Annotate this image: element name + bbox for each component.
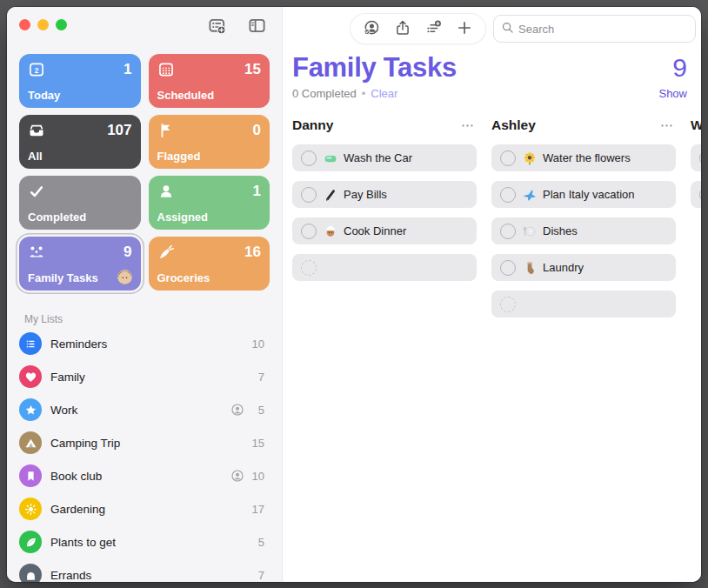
svg-text:2: 2: [35, 66, 39, 75]
column-more-button[interactable]: [658, 118, 676, 133]
task-title: Cook Dinner: [344, 224, 406, 237]
task-checkbox[interactable]: [301, 150, 317, 166]
list-count: 10: [250, 337, 264, 351]
sidebar-item-plants-to-get[interactable]: Plants to get5: [7, 525, 282, 558]
smart-list-tile-family-tasks[interactable]: 9Family Tasks: [19, 237, 141, 291]
task-row-cook-dinner[interactable]: Cook Dinner: [292, 217, 477, 244]
task-checkbox[interactable]: [500, 187, 516, 203]
zoom-button[interactable]: [56, 19, 67, 30]
tile-label: Completed: [28, 210, 86, 224]
dishes-emoji-icon: [523, 224, 537, 238]
add-section-button[interactable]: [424, 19, 443, 38]
task-checkbox[interactable]: [301, 224, 317, 239]
task-row[interactable]: [691, 144, 701, 171]
smart-list-tile-today[interactable]: 21Today: [19, 54, 141, 108]
sock-emoji-icon: [523, 261, 537, 275]
smart-list-tile-flagged[interactable]: 0Flagged: [149, 115, 271, 169]
task-row[interactable]: [691, 181, 701, 208]
sidebar-item-camping-trip[interactable]: Camping Trip15: [7, 426, 282, 459]
sidebar-item-book-club[interactable]: Book club10: [7, 459, 282, 492]
task-row-wash-the-car[interactable]: Wash the Car: [292, 144, 477, 171]
list-total-count: 9: [672, 53, 687, 83]
add-list-button[interactable]: [205, 16, 228, 38]
smart-list-tile-assigned[interactable]: 1Assigned: [149, 176, 271, 230]
new-reminder-button[interactable]: [455, 19, 474, 38]
task-checkbox[interactable]: [500, 260, 516, 276]
task-checkbox[interactable]: [699, 187, 701, 203]
smart-list-tiles: 21Today15Scheduled107All0FlaggedComplete…: [19, 54, 270, 291]
list-count: 7: [250, 371, 264, 384]
sidebar-item-work[interactable]: Work5: [7, 393, 282, 426]
search-input[interactable]: [518, 23, 688, 36]
list-name: Gardening: [50, 503, 250, 516]
leaf-icon: [19, 531, 42, 553]
column-title: Danny: [292, 117, 333, 133]
tile-count: 107: [107, 122, 131, 139]
task-row-pay-bills[interactable]: Pay Bills: [292, 181, 477, 208]
task-checkbox[interactable]: [500, 224, 516, 239]
list-count: 5: [250, 404, 264, 417]
smart-list-tile-groceries[interactable]: 16Groceries: [149, 237, 271, 291]
task-row[interactable]: [292, 254, 477, 281]
task-row-water-the-flowers[interactable]: Water the flowers: [491, 144, 676, 171]
tile-label: Groceries: [157, 271, 210, 284]
smart-list-tile-scheduled[interactable]: 15Scheduled: [149, 54, 271, 108]
tray-icon: [28, 122, 45, 143]
shared-person-icon: [230, 469, 244, 483]
task-checkbox[interactable]: [500, 297, 516, 312]
star-icon: [19, 398, 42, 421]
clear-button[interactable]: Clear: [371, 87, 397, 100]
tile-label: Assigned: [157, 210, 209, 224]
sidebar-item-family[interactable]: Family7: [7, 360, 282, 393]
task-row[interactable]: [491, 291, 676, 317]
pen-emoji-icon: [324, 188, 337, 202]
carrot-icon: [157, 244, 175, 264]
column-title: Ashley: [491, 117, 536, 133]
close-button[interactable]: [19, 19, 30, 30]
sidebar-toggle-button[interactable]: [245, 16, 268, 38]
list-count: 15: [250, 437, 264, 450]
sidebar-item-errands[interactable]: Errands7: [7, 558, 282, 582]
soap-emoji-icon: [324, 151, 337, 165]
sidebar: 21Today15Scheduled107All0FlaggedComplete…: [7, 7, 283, 582]
tent-icon: [19, 431, 42, 454]
list-name: Camping Trip: [50, 437, 250, 450]
show-button[interactable]: Show: [658, 87, 687, 100]
list-count: 17: [250, 503, 264, 516]
assign-person-icon: [363, 19, 380, 39]
main-area: Family Tasks 9 0 Completed • Clear Show …: [283, 7, 701, 582]
column-more-button[interactable]: [458, 118, 477, 133]
list-name: Reminders: [50, 337, 250, 351]
task-row-dishes[interactable]: Dishes: [491, 217, 676, 244]
sidebar-item-reminders[interactable]: Reminders10: [7, 327, 282, 360]
task-row-plan-italy-vacation[interactable]: Plan Italy vacation: [491, 181, 676, 208]
tile-count: 0: [253, 122, 261, 139]
task-title: Pay Bills: [344, 188, 387, 201]
task-checkbox[interactable]: [699, 150, 701, 166]
assign-person-button[interactable]: [362, 19, 381, 38]
task-checkbox[interactable]: [301, 187, 317, 203]
page-title: Family Tasks: [292, 52, 457, 84]
task-title: Laundry: [543, 261, 584, 274]
tile-label: Scheduled: [157, 89, 215, 102]
my-lists-heading: My Lists: [24, 313, 63, 325]
flag-icon: [157, 122, 175, 143]
my-lists: Reminders10Family7Work5Camping Trip15Boo…: [7, 327, 282, 582]
minimize-button[interactable]: [37, 19, 49, 30]
search-field[interactable]: [493, 15, 696, 43]
smart-list-tile-completed[interactable]: Completed: [19, 176, 141, 230]
task-row-laundry[interactable]: Laundry: [491, 254, 676, 281]
smart-list-tile-all[interactable]: 107All: [19, 115, 141, 169]
task-checkbox[interactable]: [500, 150, 516, 166]
plus-icon: [456, 19, 473, 39]
list-name: Plants to get: [50, 536, 250, 549]
task-title: Water the flowers: [543, 151, 631, 164]
shared-person-icon: [230, 403, 244, 417]
arch-icon: [19, 564, 42, 582]
list-name: Book club: [50, 470, 230, 483]
sidebar-item-gardening[interactable]: Gardening17: [7, 492, 282, 525]
share-button[interactable]: [393, 19, 412, 38]
task-checkbox[interactable]: [301, 260, 317, 276]
search-icon: [501, 21, 514, 37]
list-bullets-icon: [19, 332, 42, 355]
